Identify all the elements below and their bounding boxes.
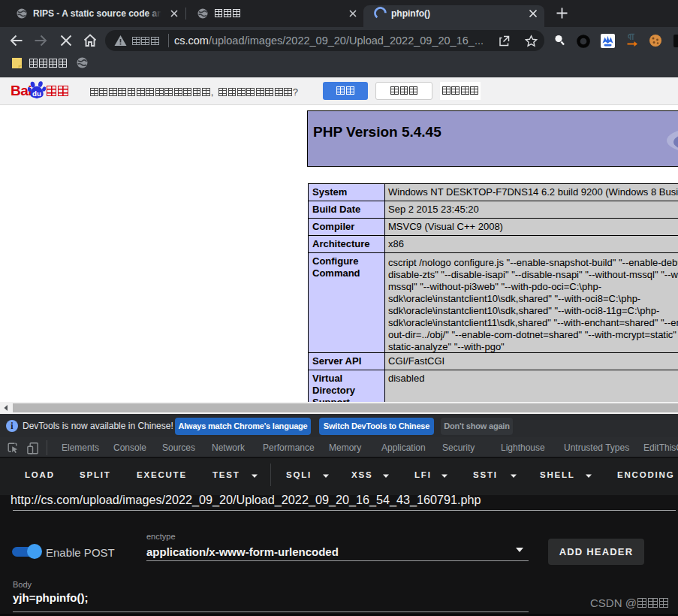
svg-text:du: du: [32, 89, 41, 98]
